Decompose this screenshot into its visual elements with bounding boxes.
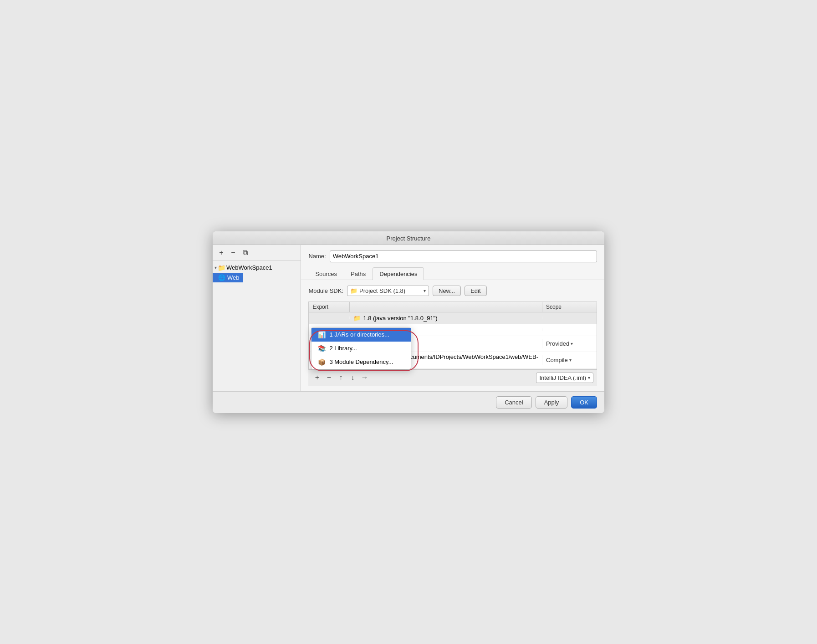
popup-item-module-dep-label: 3 Module Dependency... <box>329 358 393 365</box>
sdk-dropdown-arrow-icon: ▾ <box>424 288 426 293</box>
library-icon: 📚 <box>318 345 326 352</box>
popup-item-jars[interactable]: 📊 1 JARs or directories... <box>311 328 411 342</box>
sdk-dropdown[interactable]: 📁 Project SDK (1.8) ▾ <box>347 286 429 296</box>
module-icon: 🌐 <box>218 274 225 281</box>
left-panel: + − ⧉ ▾ 📁 WebWorkSpace1 🌐 <box>213 245 301 391</box>
lib-scope: Compile <box>546 357 568 363</box>
col-scope-header: Scope <box>542 302 597 312</box>
jars-icon: 📊 <box>318 331 326 338</box>
chevron-icon: ▾ <box>214 265 217 270</box>
left-toolbar: + − ⧉ <box>213 245 301 261</box>
add-dep-button[interactable]: + <box>312 373 322 383</box>
jdk-name: 1.8 (java version "1.8.0_91") <box>363 315 437 322</box>
col-name-header <box>350 302 542 312</box>
row-name-1: 📁 1.8 (java version "1.8.0_91") <box>350 313 542 323</box>
tab-dependencies[interactable]: Dependencies <box>373 267 424 280</box>
sdk-edit-button[interactable]: Edit <box>465 286 486 296</box>
ok-button[interactable]: OK <box>571 396 597 409</box>
col-export-header: Export <box>309 302 350 312</box>
add-module-button[interactable]: + <box>216 248 226 258</box>
row-export-1 <box>309 317 350 319</box>
apply-button[interactable]: Apply <box>536 396 568 409</box>
popup-item-module-dep[interactable]: 📦 3 Module Dependency... <box>311 355 411 369</box>
sdk-folder-icon: 📁 <box>350 287 357 294</box>
jdk-folder-icon: 📁 <box>353 315 361 322</box>
format-dropdown[interactable]: IntelliJ IDEA (.iml) ▾ <box>536 373 593 383</box>
row-scope-1 <box>542 317 597 319</box>
popup-item-jars-label: 1 JARs or directories... <box>329 331 389 338</box>
tab-paths[interactable]: Paths <box>344 267 373 280</box>
move-down-button[interactable]: ↓ <box>347 373 357 383</box>
move-up-button[interactable]: ↑ <box>336 373 346 383</box>
window-title: Project Structure <box>387 235 431 242</box>
sdk-new-button[interactable]: New... <box>433 286 461 296</box>
tree-child-label: Web <box>227 274 240 281</box>
module-tree: ▾ 📁 WebWorkSpace1 🌐 Web <box>213 261 301 391</box>
sdk-row: Module SDK: 📁 Project SDK (1.8) ▾ New...… <box>308 286 597 296</box>
titlebar: Project Structure <box>213 231 604 245</box>
tabs-row: Sources Paths Dependencies <box>301 267 604 280</box>
copy-module-button[interactable]: ⧉ <box>240 248 250 258</box>
popup-item-library-label: 2 Library... <box>329 345 357 352</box>
dependencies-content: Module SDK: 📁 Project SDK (1.8) ▾ New...… <box>301 280 604 391</box>
row-scope-3[interactable]: Provided ▾ <box>542 339 597 348</box>
add-dep-popup: 📊 1 JARs or directories... 📚 2 Library..… <box>311 327 411 369</box>
module-dep-icon: 📦 <box>318 358 326 366</box>
name-label: Name: <box>308 253 326 260</box>
scope-arrow-2-icon: ▾ <box>569 358 572 363</box>
table-row: 📁 1.8 (java version "1.8.0_91") <box>309 312 597 324</box>
format-dropdown-arrow-icon: ▾ <box>588 375 590 380</box>
popup-item-library[interactable]: 📚 2 Library... <box>311 342 411 355</box>
tree-root-label: WebWorkSpace1 <box>226 264 272 271</box>
remove-module-button[interactable]: − <box>228 248 238 258</box>
name-row: Name: <box>301 245 604 267</box>
cancel-button[interactable]: Cancel <box>496 396 531 409</box>
tree-root-item[interactable]: ▾ 📁 WebWorkSpace1 <box>213 263 301 273</box>
remove-dep-button[interactable]: − <box>324 373 334 383</box>
project-structure-window: Project Structure + − ⧉ ▾ 📁 WebWorkSpa <box>213 231 604 413</box>
row-scope-2 <box>542 328 597 331</box>
bottom-toolbar: + − ↑ ↓ → IntelliJ IDEA (.iml <box>308 369 597 386</box>
format-label: IntelliJ IDEA (.iml) <box>539 374 586 381</box>
row-scope-4[interactable]: Compile ▾ <box>542 355 597 365</box>
right-panel: Name: Sources Paths Dependencies Mo <box>301 245 604 391</box>
sdk-value: Project SDK (1.8) <box>359 287 422 294</box>
dialog-footer: Cancel Apply OK <box>213 391 604 413</box>
move-right-button[interactable]: → <box>359 373 369 383</box>
sdk-label: Module SDK: <box>308 287 343 294</box>
tab-sources[interactable]: Sources <box>308 267 344 280</box>
module-name-input[interactable] <box>330 250 597 262</box>
tomcat-scope: Provided <box>546 340 569 347</box>
scope-arrow-icon: ▾ <box>571 341 573 346</box>
table-header: Export Scope <box>309 302 597 312</box>
tree-child-web[interactable]: 🌐 Web <box>214 273 243 282</box>
folder-icon: 📁 <box>218 264 225 271</box>
